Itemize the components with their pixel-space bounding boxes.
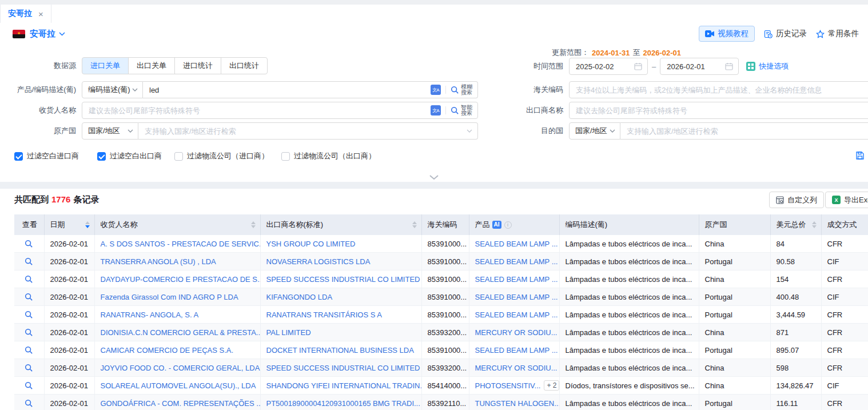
view-record-button[interactable]: [25, 346, 33, 355]
smart-search-icon[interactable]: [451, 106, 459, 115]
end-date-value[interactable]: [666, 62, 725, 71]
datasource-tab-0[interactable]: 进口关单: [82, 57, 129, 74]
start-date-value[interactable]: [575, 62, 634, 71]
customize-columns-button[interactable]: 自定义列: [769, 192, 824, 208]
hs-code-input[interactable]: [569, 81, 868, 98]
view-record-button[interactable]: [25, 311, 33, 319]
filter-checkbox-2[interactable]: 过滤物流公司（进口商）: [174, 151, 269, 161]
exporter-link[interactable]: SHANDONG YIFEI INTERNATIONAL TRADIN...: [266, 381, 422, 390]
consignee-link[interactable]: A. S DOS SANTOS - PRESTACAO DE SERVIC...: [101, 240, 261, 248]
quick-options-button[interactable]: 快捷选项: [746, 61, 789, 71]
exporter-link[interactable]: KIFANGONDO LDA: [266, 293, 333, 301]
country-title[interactable]: 安哥拉: [30, 29, 55, 39]
datasource-tab-1[interactable]: 出口关单: [128, 57, 175, 74]
sort-icons[interactable]: [409, 221, 417, 228]
column-header-1[interactable]: 日期: [44, 214, 94, 235]
product-link[interactable]: SEALED BEAM LAMP ...: [475, 240, 558, 248]
fuzzy-search-label[interactable]: 模糊搜索: [461, 84, 472, 95]
fuzzy-search-icon[interactable]: [451, 86, 459, 94]
consignee-input[interactable]: 文A 智能搜索: [82, 102, 478, 119]
end-date-input[interactable]: [660, 58, 739, 75]
consignee-link[interactable]: GONDOÁFRICA - COM. REPRESENTAÇÕES ...: [101, 399, 261, 408]
view-record-button[interactable]: [25, 364, 33, 372]
origin-country-select[interactable]: 国家/地区: [82, 122, 138, 140]
chevron-down-icon[interactable]: [59, 32, 65, 36]
consignee-link[interactable]: SOLAREAL AUTOMOVEL ANGOLA(SU)., LDA: [101, 381, 256, 390]
favorites-button[interactable]: 常用条件: [816, 29, 859, 39]
column-header-3[interactable]: 出口商名称(标准): [260, 214, 421, 235]
exporter-link[interactable]: DOCKET INTERNATIONAL BUSINESS LDA: [266, 346, 414, 355]
view-record-button[interactable]: [25, 275, 33, 284]
filter-checkbox-1[interactable]: 过滤空白出口商: [97, 151, 162, 161]
collapse-panel-button[interactable]: [418, 170, 450, 184]
product-link[interactable]: SEALED BEAM LAMP ...: [475, 257, 558, 266]
table-header-row: 查看日期收货人名称出口商名称(标准)海关编码产品AI编码描述(葡)原产国美元总价…: [14, 214, 868, 235]
close-icon[interactable]: ×: [38, 10, 43, 18]
product-link[interactable]: SEALED BEAM LAMP ...: [475, 346, 558, 355]
checkbox-checked-icon[interactable]: [97, 152, 106, 161]
column-header-8[interactable]: 美元总价: [770, 214, 821, 235]
product-link[interactable]: SEALED BEAM LAMP ...: [475, 311, 558, 319]
translate-icon[interactable]: 文A: [431, 85, 441, 95]
product-link[interactable]: SEALED BEAM LAMP ...: [475, 275, 558, 284]
history-button[interactable]: 历史记录: [764, 29, 807, 39]
dest-country-select[interactable]: 国家/地区: [569, 122, 620, 140]
datasource-tab-2[interactable]: 进口统计: [174, 57, 221, 74]
exporter-link[interactable]: SPEED SUCCESS INDUSTRIAL CO LIMITED: [266, 364, 420, 372]
filter-checkbox-0[interactable]: 过滤空白进口商: [14, 151, 79, 161]
save-condition-icon[interactable]: [855, 151, 865, 160]
filter-checkbox-3[interactable]: 过滤物流公司（出口商）: [281, 151, 376, 161]
view-record-button[interactable]: [25, 293, 33, 301]
start-date-input[interactable]: [569, 58, 648, 75]
datasource-tab-3[interactable]: 出口统计: [221, 57, 268, 74]
product-field-select[interactable]: 编码描述(葡): [82, 81, 143, 98]
consignee-link[interactable]: DIONISIA.C.N COMERCIO GERAL & PRESTA...: [101, 328, 261, 337]
exporter-link[interactable]: PAL LIMITED: [266, 328, 311, 337]
consignee-value[interactable]: [87, 106, 431, 116]
exporter-link[interactable]: PT50018900004120931000165 BMG TRADI...: [266, 399, 420, 408]
origin-country-input[interactable]: [138, 122, 478, 140]
product-link[interactable]: PHOTOSENSITIV...: [475, 381, 541, 390]
checkbox-checked-icon[interactable]: [14, 152, 23, 161]
sort-icons[interactable]: [248, 221, 256, 228]
video-tutorial-button[interactable]: 视频教程: [699, 26, 755, 42]
origin-country-value[interactable]: [144, 126, 467, 136]
view-record-button[interactable]: [25, 399, 33, 408]
product-link[interactable]: TUNGSTEN HALOGEN...: [475, 399, 560, 408]
dest-country-value[interactable]: [626, 126, 868, 136]
smart-search-label[interactable]: 智能搜索: [461, 105, 472, 116]
exporter-link[interactable]: YSH GROUP CO LIMITED: [266, 240, 356, 248]
checkbox-unchecked-icon[interactable]: [281, 152, 290, 161]
product-search-input[interactable]: 文A 模糊搜索: [143, 81, 478, 98]
consignee-link[interactable]: CAMICAR COMERCIO DE PEÇAS S.A.: [101, 346, 234, 355]
view-record-button[interactable]: [25, 328, 33, 337]
product-more-badge[interactable]: + 2: [544, 380, 559, 391]
consignee-link[interactable]: RANATRANS- ANGOLA, S. A: [101, 311, 199, 319]
tab-angola[interactable]: 安哥拉 ×: [0, 5, 51, 23]
consignee-link[interactable]: Fazenda Girassol Com IND AGRO P LDA: [101, 293, 238, 301]
view-record-button[interactable]: [25, 240, 33, 248]
product-link[interactable]: SEALED BEAM LAMP ...: [475, 293, 558, 301]
exporter-link[interactable]: SPEED SUCCESS INDUSTRIAL CO LIMITED: [266, 275, 420, 284]
exporter-link[interactable]: RANATRANS TRANSITÁRIOS S A: [266, 311, 383, 319]
exporter-link[interactable]: NOVASERRA LOGISTICS LDA: [266, 257, 371, 266]
export-excel-button[interactable]: X 导出Exc: [825, 192, 868, 208]
column-header-2[interactable]: 收货人名称: [94, 214, 260, 235]
info-icon[interactable]: [504, 221, 512, 229]
consignee-link[interactable]: DAYDAYUP-COMERCIO E PRESTACAO DE S...: [101, 275, 261, 284]
sort-icons[interactable]: [809, 221, 817, 228]
consignee-link[interactable]: TRANSERRA ANGOLA (SU) , LDA: [101, 257, 216, 266]
product-link[interactable]: MERCURY OR SODIU...: [475, 364, 558, 372]
exporter-input[interactable]: [569, 102, 868, 119]
consignee-link[interactable]: JOYVIO FOOD CO. - COMERCIO GERAL, LDA: [101, 364, 260, 372]
product-link[interactable]: MERCURY OR SODIU...: [475, 328, 558, 337]
dest-country-input[interactable]: [620, 122, 868, 140]
product-search-value[interactable]: [148, 85, 431, 95]
view-record-button[interactable]: [25, 381, 33, 390]
sort-icons[interactable]: [82, 221, 90, 228]
view-record-button[interactable]: [25, 257, 33, 266]
checkbox-unchecked-icon[interactable]: [174, 152, 183, 161]
hs-code-value[interactable]: [575, 85, 866, 95]
exporter-value[interactable]: [575, 106, 866, 116]
translate-icon[interactable]: 文A: [431, 105, 441, 116]
